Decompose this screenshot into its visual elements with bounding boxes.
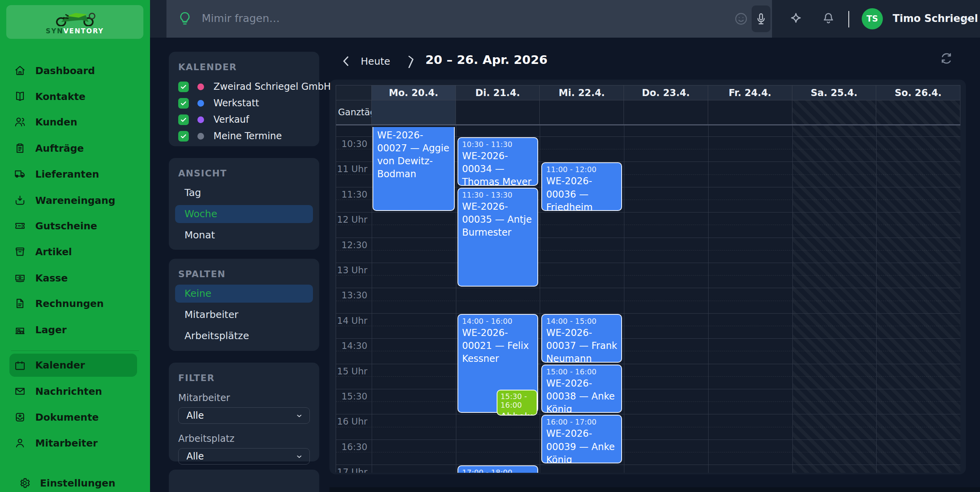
time-label: 13:30 (336, 290, 367, 300)
calendar-event[interactable]: 14:00 - 15:00WE-2026-00037 — Frank Neuma… (541, 314, 622, 363)
day-header-di-21-4-: Di. 21.4. (456, 85, 540, 100)
time-label: 15 Uhr (336, 366, 367, 376)
time-label: 12 Uhr (336, 214, 367, 225)
chevron-down-icon[interactable] (959, 14, 971, 26)
calendar-event[interactable]: 15:00 - 16:00WE-2026-00038 — Anke König (541, 365, 622, 413)
day-header-do-23-4-: Do. 23.4. (624, 85, 708, 100)
sidebar-item-dashboard[interactable]: Dashboard (0, 60, 150, 81)
mic-icon (754, 12, 768, 25)
emoji-icon[interactable] (734, 11, 749, 26)
grid-column-line (708, 125, 709, 473)
ansicht-card-title: ANSICHT (178, 168, 310, 178)
view-option-woche[interactable]: Woche (175, 205, 313, 223)
allday-cell[interactable] (372, 100, 456, 124)
mic-button[interactable] (752, 5, 770, 32)
grid-quarter-line (336, 427, 960, 427)
columns-option-keine[interactable]: Keine (175, 285, 313, 303)
refresh-icon[interactable] (939, 51, 953, 65)
search-placeholder: Mimir fragen… (202, 12, 280, 24)
sidebar-item-kasse[interactable]: Kasse (0, 267, 150, 289)
allday-cell[interactable] (708, 100, 792, 124)
weekend-stripe (876, 125, 960, 473)
kalender-card-title: KALENDER (178, 62, 310, 72)
sidebar-item-gutscheine[interactable]: Gutscheine (0, 215, 150, 236)
calendar-event[interactable]: 16:00 - 17:00WE-2026-00039 — Anke König (541, 415, 622, 463)
bell-icon[interactable] (821, 11, 836, 26)
brand-wordmark: SYNVENTORY (46, 27, 104, 35)
calendar-event[interactable]: 11:00 - 12:00WE-2026-00036 — Friedheim M… (541, 162, 622, 211)
checkbox-checked[interactable] (178, 82, 189, 92)
date-range-title: 20 – 26. Apr. 2026 (425, 53, 548, 67)
calendar-event[interactable]: 10:30 - 11:30WE-2026-00034 — Thomas Meye… (457, 137, 538, 186)
truck-icon (14, 168, 26, 180)
book-icon (14, 91, 26, 102)
sidebar-item-lager[interactable]: Lager (0, 319, 150, 340)
allday-cell[interactable] (540, 100, 624, 124)
week-grid: Mo. 20.4.Di. 21.4.Mi. 22.4.Do. 23.4.Fr. … (336, 85, 960, 472)
calendar-event[interactable]: 11:30 - 13:30WE-2026-00035 — Antje Burme… (457, 188, 538, 287)
assistant-search-input[interactable]: Mimir fragen… (166, 0, 772, 38)
filter-card-title: FILTER (178, 373, 310, 383)
calendar-toggle-meine-termine[interactable]: Meine Termine (178, 128, 310, 144)
today-button[interactable]: Heute (361, 56, 390, 67)
sidebar-item-lieferanten[interactable]: Lieferanten (0, 163, 150, 185)
download-icon (14, 194, 26, 206)
sidebar-item-dokumente[interactable]: Dokumente (0, 407, 150, 428)
next-week-button[interactable] (403, 54, 418, 68)
allday-cell[interactable] (456, 100, 540, 124)
grid-hour-line (336, 439, 960, 440)
checkbox-checked[interactable] (178, 131, 189, 142)
allday-cell[interactable] (876, 100, 960, 124)
time-grid[interactable]: 10:3011 Uhr11:3012 Uhr12:3013 Uhr13:3014… (336, 125, 960, 473)
grid-column-line (876, 125, 877, 473)
sidebar-item-wareneingang[interactable]: Wareneingang (0, 190, 150, 211)
time-label: 11:30 (336, 189, 367, 200)
motorcycle-logo-icon (51, 9, 98, 26)
calendar-toggle-werkstatt[interactable]: Werkstatt (178, 95, 310, 111)
sidebar-item-einstellungen[interactable]: Einstellungen (0, 472, 150, 492)
grid-hour-line (336, 212, 960, 212)
view-option-monat[interactable]: Monat (175, 226, 313, 244)
allday-cell[interactable] (792, 100, 877, 124)
time-label: 13 Uhr (336, 265, 367, 275)
time-label: 16 Uhr (336, 416, 367, 427)
checkbox-checked[interactable] (178, 98, 189, 109)
app-logo[interactable]: SYNVENTORY (6, 5, 143, 39)
sidebar-item-nachrichten[interactable]: Nachrichten (0, 381, 150, 402)
columns-option-arbeitsplaetze[interactable]: Arbeitsplätze (175, 327, 313, 345)
sidebar-item-rechnungen[interactable]: Rechnungen (0, 293, 150, 314)
calendar-toggle-zweirad-schriegel-gmbh[interactable]: Zweirad Schriegel GmbH (178, 78, 310, 95)
grid-column-line (624, 125, 624, 473)
time-label: 14 Uhr (336, 316, 367, 326)
sparkle-icon[interactable] (788, 11, 803, 26)
spalten-card: SPALTEN KeineMitarbeiterArbeitsplätze (169, 259, 319, 351)
sidebar-item-kalender[interactable]: Kalender (9, 354, 137, 377)
ticket-icon (14, 220, 26, 232)
grid-column-line (456, 125, 456, 473)
checkbox-checked[interactable] (178, 114, 189, 125)
calendar-event[interactable]: 17:00 - 18:00 (457, 465, 538, 473)
calendar-event[interactable]: WE-2026-00027 — Aggie von Dewitz-Bodman (372, 127, 455, 211)
prev-week-button[interactable] (339, 54, 353, 68)
lightbulb-icon (177, 11, 193, 26)
sidebar-item-artikel[interactable]: Artikel (0, 241, 150, 262)
calendar-event[interactable]: 15:30 - 16:00AbholungLars (497, 390, 537, 416)
grid-column-line (540, 125, 540, 473)
view-option-tag[interactable]: Tag (175, 184, 313, 202)
columns-option-mitarbeiter[interactable]: Mitarbeiter (175, 306, 313, 324)
calendar-toggle-verkauf[interactable]: Verkauf (178, 111, 310, 128)
time-label: 11 Uhr (336, 164, 367, 174)
avatar[interactable]: TS (862, 8, 883, 29)
mitarbeiter-filter-select[interactable]: Alle (178, 407, 310, 424)
grid-quarter-line (336, 326, 960, 326)
sidebar-item-auftraege[interactable]: Aufträge (0, 138, 150, 159)
allday-cell[interactable] (624, 100, 708, 124)
calendar-icon (14, 359, 26, 371)
ansicht-card: ANSICHT TagWocheMonat (169, 158, 319, 250)
sidebar-item-kontakte[interactable]: Kontakte (0, 86, 150, 107)
sidebar-item-mitarbeiter[interactable]: Mitarbeiter (0, 432, 150, 454)
allday-row-label: Ganztägig (336, 100, 372, 124)
arbeitsplatz-filter-select[interactable]: Alle (178, 448, 310, 465)
inbox-icon (14, 411, 26, 423)
sidebar-item-kunden[interactable]: Kunden (0, 111, 150, 133)
